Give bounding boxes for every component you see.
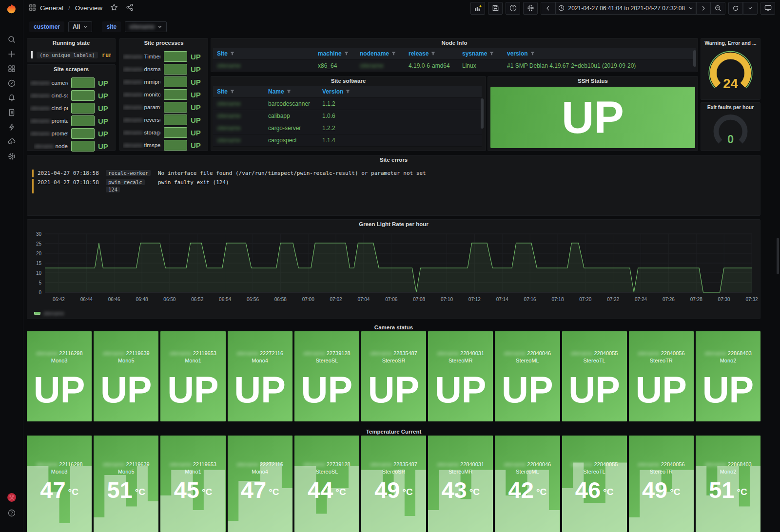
camera-stat-panel[interactable]: sitename 22840031 StereoMRUP xyxy=(428,331,493,421)
insights-icon[interactable] xyxy=(506,2,520,15)
camera-stat-panel[interactable]: sitename 22840055 StereoTLUP xyxy=(562,331,627,421)
camera-stat-panel[interactable]: sitename 22119639 Mono5UP xyxy=(94,331,158,421)
camera-stat-panel[interactable]: sitename 22840046 StereoMLUP xyxy=(495,331,560,421)
camera-label: sitename 22840046 StereoML xyxy=(495,461,560,475)
status-name: camera-status xyxy=(52,80,68,86)
panel-title[interactable]: Site scrapers xyxy=(27,65,115,74)
temperature-stat-panel[interactable]: sitename 22272116 Mono447°C xyxy=(228,436,292,532)
camera-stat-panel[interactable]: sitename 22840056 StereoTRUP xyxy=(629,331,694,421)
docs-icon[interactable] xyxy=(4,108,19,117)
alerting-icon[interactable] xyxy=(4,94,19,102)
help-icon[interactable]: ? xyxy=(4,509,19,517)
breadcrumb-page[interactable]: Overview xyxy=(75,4,102,12)
svg-text:07:20: 07:20 xyxy=(579,297,591,302)
settings-icon[interactable] xyxy=(4,152,19,161)
temperature-stat-panel[interactable]: sitename 22868403 Mono251°C xyxy=(696,436,760,532)
site-variable-dropdown[interactable]: sitename xyxy=(125,21,167,32)
redacted-site-label: sitename xyxy=(123,54,143,59)
customer-variable-dropdown[interactable]: All xyxy=(68,21,92,32)
dashboards-icon[interactable] xyxy=(4,64,19,73)
temperature-stat-panel[interactable]: sitename 22840056 StereoTR49°C xyxy=(629,436,694,532)
panel-title[interactable]: Site processes xyxy=(120,38,208,48)
panel-title[interactable]: Green Light Rate per hour xyxy=(27,220,760,229)
avatar[interactable] xyxy=(4,493,19,502)
svg-text:10: 10 xyxy=(36,270,42,276)
temperature-unit: °C xyxy=(269,487,279,497)
temperature-stat-panel[interactable]: sitename 22739128 StereoSL44°C xyxy=(294,436,359,532)
table-scrollbar[interactable] xyxy=(481,98,484,129)
refresh-interval-chevron-icon[interactable] xyxy=(743,2,758,15)
column-header-version[interactable]: Version xyxy=(318,86,482,98)
snapshot-icon[interactable] xyxy=(4,123,19,132)
redacted-site-cell: sitename xyxy=(217,62,241,69)
column-header-site[interactable]: Site xyxy=(213,48,314,60)
column-header-name[interactable]: Name xyxy=(264,86,318,98)
page-scrollbar[interactable] xyxy=(777,238,779,274)
column-header-label: Name xyxy=(268,88,284,95)
column-header-nodename[interactable]: nodename xyxy=(356,48,405,60)
chevron-right-icon[interactable] xyxy=(696,2,711,15)
filter-icon xyxy=(431,50,435,57)
camera-status-value: UP xyxy=(635,358,687,421)
plus-icon[interactable] xyxy=(4,50,19,58)
redacted-site-label: sitename xyxy=(704,350,726,356)
site-variable-label[interactable]: site xyxy=(102,21,121,32)
temperature-stat-panel[interactable]: sitename 22119639 Mono551°C xyxy=(94,436,158,532)
breadcrumb-section[interactable]: General xyxy=(40,4,63,12)
panel-title[interactable]: Site software xyxy=(211,76,486,86)
zoom-out-icon[interactable] xyxy=(711,2,725,15)
redacted-site-label: sitename xyxy=(36,350,58,356)
topnav-actions: 2021-04-27 06:41:04 to 2021-04-27 07:32:… xyxy=(468,2,775,15)
temperature-stat-panel[interactable]: sitename 22840055 StereoTL46°C xyxy=(562,436,627,532)
camera-stat-row: sitename 22116298 Mono3UPsitename 221196… xyxy=(27,331,760,421)
log-line[interactable]: 2021-04-27 07:18:58recalc-workerNo inter… xyxy=(32,170,756,177)
apps-icon[interactable] xyxy=(29,4,36,13)
temperature-stat-panel[interactable]: sitename 22840031 StereoMR43°C xyxy=(428,436,493,532)
refresh-icon[interactable] xyxy=(728,2,743,15)
camera-stat-panel[interactable]: sitename 22835487 StereoSRUP xyxy=(361,331,426,421)
temperature-stat-panel[interactable]: sitename 22119653 Mono145°C xyxy=(160,436,225,532)
column-header-label: Version xyxy=(322,88,343,95)
table-scrollbar[interactable] xyxy=(693,50,696,67)
dashboard-settings-icon[interactable] xyxy=(523,2,538,15)
temperature-stat-panel[interactable]: sitename 22116298 Mono347°C xyxy=(27,436,92,532)
add-panel-icon[interactable] xyxy=(470,2,485,15)
customer-variable-label[interactable]: customer xyxy=(29,21,64,32)
camera-stat-panel[interactable]: sitename 22868403 Mono2UP xyxy=(696,331,760,421)
star-icon[interactable] xyxy=(110,3,118,13)
column-header-sysname[interactable]: sysname xyxy=(458,48,503,60)
camera-stat-panel[interactable]: sitename 22739128 StereoSLUP xyxy=(294,331,359,421)
search-icon[interactable] xyxy=(4,35,19,44)
camera-stat-panel[interactable]: sitename 22272116 Mono4UP xyxy=(228,331,292,421)
panel-title[interactable]: Running state xyxy=(27,38,115,48)
column-header-release[interactable]: release xyxy=(405,48,458,60)
temperature-stat-panel[interactable]: sitename 22840046 StereoML42°C xyxy=(495,436,560,532)
column-header-site[interactable]: Site xyxy=(213,86,264,98)
kiosk-icon[interactable] xyxy=(760,2,775,15)
chart-legend[interactable]: sitename xyxy=(34,310,64,316)
status-sparkline xyxy=(164,127,187,138)
camera-stat-panel[interactable]: sitename 22119653 Mono1UP xyxy=(160,331,225,421)
cloud-alert-icon[interactable] xyxy=(4,137,19,146)
camera-stat-panel[interactable]: sitename 22116298 Mono3UP xyxy=(27,331,92,421)
panel-title[interactable]: Warning, Error and ... xyxy=(701,38,760,48)
log-line[interactable]: 2021-04-27 07:18:58pwin-recalc124pwin fa… xyxy=(32,179,756,193)
log-message: pwin faulty exit (124) xyxy=(152,179,229,186)
camera-status-value: UP xyxy=(234,358,286,421)
panel-title[interactable]: Exit faults per hour xyxy=(701,103,760,112)
chevron-left-icon[interactable] xyxy=(541,2,555,15)
explore-icon[interactable] xyxy=(4,79,19,88)
log-message: No interface file found (/var/run/timspe… xyxy=(152,170,426,176)
column-header-machine[interactable]: machine xyxy=(314,48,356,60)
template-variables: customer All site sitename xyxy=(29,21,167,32)
time-range-button[interactable]: 2021-04-27 06:41:04 to 2021-04-27 07:32:… xyxy=(555,2,696,15)
save-icon[interactable] xyxy=(488,2,503,15)
column-header-version[interactable]: version xyxy=(503,48,696,60)
temperature-stat-panel[interactable]: sitename 22835487 StereoSR49°C xyxy=(361,436,426,532)
share-icon[interactable] xyxy=(126,3,134,13)
panel-title[interactable]: Site errors xyxy=(27,155,760,165)
panel-title[interactable]: SSH Status xyxy=(488,76,698,86)
redacted-site-label: sitename xyxy=(30,106,50,111)
panel-title[interactable]: Node Info xyxy=(211,38,698,48)
grafana-logo[interactable] xyxy=(4,3,18,16)
